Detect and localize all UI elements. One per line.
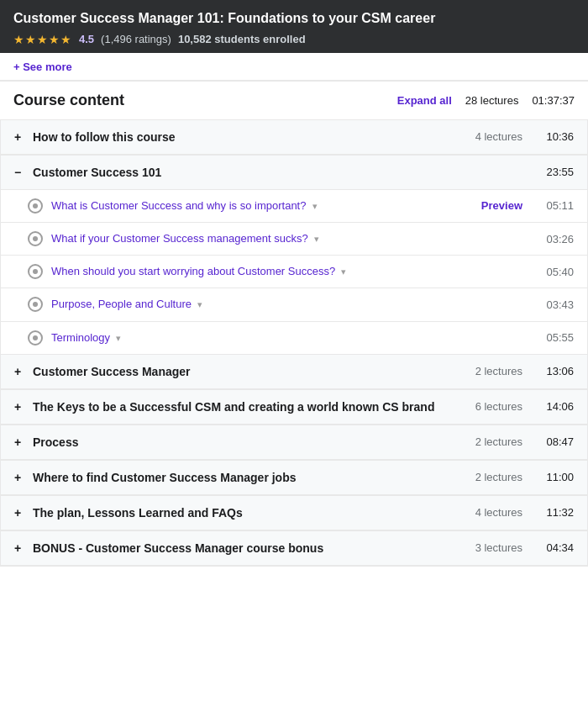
- lecture-title[interactable]: When should you start worrying about Cus…: [51, 264, 536, 279]
- section-header-7[interactable]: +The plan, Lessons Learned and FAQs4 lec…: [1, 496, 587, 530]
- section-duration-8: 04:34: [536, 541, 574, 554]
- lecture-item: When should you start worrying about Cus…: [1, 256, 587, 288]
- dropdown-arrow-icon: ▾: [113, 333, 121, 343]
- section-toggle-5: +: [14, 435, 24, 449]
- dropdown-arrow-icon: ▾: [195, 299, 202, 309]
- preview-badge[interactable]: Preview: [481, 199, 522, 212]
- section-1: +How to follow this course4 lectures10:3…: [0, 120, 588, 156]
- lecture-duration: 05:11: [536, 199, 574, 212]
- section-lecture-count-1: 4 lectures: [475, 130, 522, 143]
- lecture-icon: [28, 297, 43, 312]
- section-name-3: Customer Success Manager: [33, 365, 475, 378]
- lecture-duration: 05:55: [536, 331, 574, 344]
- section-name-1: How to follow this course: [33, 130, 475, 144]
- lecture-duration: 05:40: [536, 266, 574, 278]
- section-header-1[interactable]: +How to follow this course4 lectures10:3…: [1, 120, 587, 155]
- course-content-header: Course content Expand all 28 lectures 01…: [0, 81, 588, 120]
- section-lecture-count-4: 6 lectures: [475, 400, 522, 413]
- section-name-7: The plan, Lessons Learned and FAQs: [33, 506, 475, 520]
- section-lecture-count-6: 2 lectures: [475, 471, 522, 483]
- section-8: +BONUS - Customer Success Manager course…: [0, 531, 588, 567]
- lecture-icon: [28, 231, 43, 246]
- section-duration-4: 14:06: [536, 400, 574, 413]
- lecture-title[interactable]: What if your Customer Success management…: [51, 231, 536, 246]
- section-toggle-6: +: [14, 471, 24, 484]
- section-toggle-3: +: [14, 365, 24, 378]
- lecture-title[interactable]: What is Customer Success and why is so i…: [51, 198, 481, 214]
- section-name-6: Where to find Customer Success Manager j…: [33, 471, 475, 484]
- section-toggle-2: −: [14, 166, 24, 179]
- rating-value: 4.5: [79, 33, 94, 45]
- section-header-3[interactable]: +Customer Success Manager2 lectures13:06: [1, 355, 587, 389]
- section-header-6[interactable]: +Where to find Customer Success Manager …: [1, 461, 587, 495]
- section-lecture-count-3: 2 lectures: [475, 365, 522, 377]
- section-toggle-7: +: [14, 506, 24, 520]
- lecture-duration: 03:26: [536, 233, 574, 245]
- expand-all-button[interactable]: Expand all: [397, 94, 452, 107]
- lecture-icon: [28, 198, 43, 214]
- section-name-2: Customer Success 101: [33, 166, 522, 179]
- section-header-5[interactable]: +Process2 lectures08:47: [1, 425, 587, 460]
- section-6: +Where to find Customer Success Manager …: [0, 461, 588, 496]
- section-toggle-8: +: [14, 541, 24, 555]
- section-duration-1: 10:36: [536, 130, 574, 143]
- see-more-bar: + See more: [0, 53, 588, 81]
- lecture-item: Purpose, People and Culture ▾03:43: [1, 288, 587, 321]
- section-duration-5: 08:47: [536, 435, 574, 448]
- section-header-4[interactable]: +The Keys to be a Successful CSM and cre…: [1, 390, 587, 425]
- sections-container: +How to follow this course4 lectures10:3…: [0, 120, 588, 567]
- ratings-count: (1,496 ratings): [101, 33, 171, 45]
- section-5: +Process2 lectures08:47: [0, 425, 588, 461]
- section-3: +Customer Success Manager2 lectures13:06: [0, 355, 588, 390]
- total-duration: 01:37:37: [532, 94, 575, 107]
- section-header-2[interactable]: −Customer Success 10123:55: [1, 156, 587, 190]
- section-duration-7: 11:32: [536, 506, 574, 519]
- section-4: +The Keys to be a Successful CSM and cre…: [0, 390, 588, 425]
- section-duration-2: 23:55: [536, 166, 574, 178]
- course-title: Customer Success Manager 101: Foundation…: [13, 10, 575, 28]
- section-header-8[interactable]: +BONUS - Customer Success Manager course…: [1, 531, 587, 566]
- section-duration-3: 13:06: [536, 365, 574, 377]
- lecture-duration: 03:43: [536, 298, 574, 311]
- section-2: −Customer Success 10123:55What is Custom…: [0, 156, 588, 355]
- section-duration-6: 11:00: [536, 471, 574, 483]
- star-icons: ★★★★★: [13, 33, 72, 46]
- section-lecture-count-7: 4 lectures: [475, 506, 522, 519]
- section-toggle-1: +: [14, 130, 24, 144]
- lecture-item: Terminology ▾05:55: [1, 322, 587, 354]
- enrolled-count: 10,582 students enrolled: [178, 33, 306, 45]
- section-name-4: The Keys to be a Successful CSM and crea…: [33, 400, 475, 414]
- section-7: +The plan, Lessons Learned and FAQs4 lec…: [0, 496, 588, 531]
- total-lecture-count: 28 lectures: [465, 94, 519, 107]
- lecture-item: What is Customer Success and why is so i…: [1, 190, 587, 223]
- lecture-title[interactable]: Purpose, People and Culture ▾: [51, 297, 536, 312]
- lecture-title[interactable]: Terminology ▾: [51, 330, 536, 346]
- section-lecture-count-5: 2 lectures: [475, 435, 522, 448]
- dropdown-arrow-icon: ▾: [339, 266, 346, 277]
- course-meta: ★★★★★ 4.5 (1,496 ratings) 10,582 student…: [13, 33, 575, 46]
- section-toggle-4: +: [14, 400, 24, 414]
- section-name-5: Process: [33, 435, 475, 449]
- lecture-icon: [28, 264, 43, 279]
- dropdown-arrow-icon: ▾: [312, 234, 319, 244]
- section-lecture-count-8: 3 lectures: [475, 541, 522, 554]
- lecture-icon: [28, 330, 43, 346]
- course-content-title: Course content: [13, 92, 397, 109]
- see-more-link[interactable]: + See more: [13, 61, 72, 73]
- course-header: Customer Success Manager 101: Foundation…: [0, 0, 588, 53]
- dropdown-arrow-icon: ▾: [309, 201, 317, 211]
- lecture-item: What if your Customer Success management…: [1, 223, 587, 256]
- section-name-8: BONUS - Customer Success Manager course …: [33, 541, 475, 555]
